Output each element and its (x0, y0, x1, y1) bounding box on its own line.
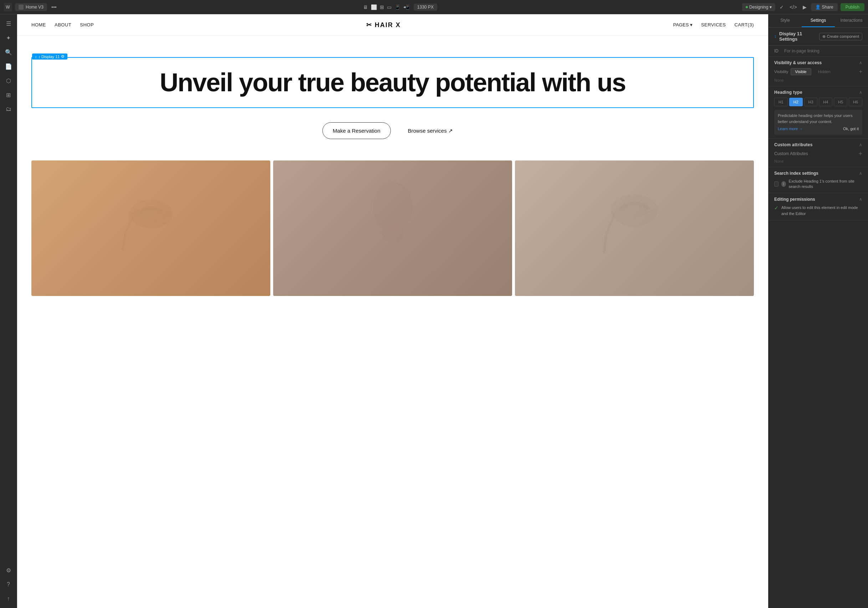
browse-services-button[interactable]: Browse services ↗ (398, 122, 463, 139)
display-header: ↕ Display 11 Settings ⊕ Create component (769, 28, 868, 46)
search-index-toggle-icon[interactable]: ∧ (859, 171, 862, 176)
search-index-section: Search index settings ∧ i Exclude Headin… (769, 167, 868, 194)
code-icon[interactable]: </> (788, 3, 798, 11)
visibility-none-text: None (774, 78, 862, 82)
site-nav: HOME ABOUT SHOP ✂ HAIR X PAGES ▾ SERVICE… (17, 14, 768, 36)
right-panel: Style Settings Interactions ↕ Display 11… (768, 14, 868, 608)
tablet-icon[interactable]: ▭ (387, 4, 392, 10)
hero-heading[interactable]: Unveil your true beauty potential with u… (39, 68, 746, 97)
visibility-header: Visibility & user access ∧ (774, 60, 862, 65)
nav-services[interactable]: SERVICES (701, 22, 726, 28)
editing-perm-toggle-icon[interactable]: ∧ (859, 197, 862, 202)
sidebar-cms-icon[interactable]: 🗂 (3, 104, 14, 115)
image-2-overlay (273, 160, 512, 296)
h1-button[interactable]: H1 (774, 98, 788, 106)
h3-button[interactable]: H3 (804, 98, 818, 106)
id-label: ID (774, 48, 781, 53)
search-index-row: i Exclude Heading 1's content from site … (774, 178, 862, 190)
heading-info-text: Predictable heading order helps your use… (778, 113, 859, 124)
custom-attr-add-icon[interactable]: + (859, 150, 862, 158)
visibility-add-icon[interactable]: + (859, 68, 862, 75)
editor-tab[interactable]: Home V3 (15, 3, 47, 11)
device-icons-group: 🖥 ⬜ ⊞ ▭ 📱 📲 (363, 4, 409, 10)
mode-button[interactable]: Designing ▾ (742, 3, 775, 11)
left-sidebar: ☰ ✦ 🔍 📄 ⬡ ⊞ 🗂 ⚙ ? ↑ (0, 14, 17, 608)
checkmark-icon[interactable]: ✓ (778, 3, 785, 11)
nav-cart[interactable]: CART(3) (734, 22, 754, 28)
nav-about[interactable]: ABOUT (54, 22, 71, 28)
share-button[interactable]: 👤 Share (811, 3, 838, 11)
display-11-element[interactable]: ↕ ↕ Display 11 ⚙ Unveil your true beauty… (31, 57, 754, 108)
sidebar-layers-icon[interactable]: ⬡ (3, 75, 14, 86)
nav-pages[interactable]: PAGES ▾ (673, 22, 692, 28)
tab-interactions[interactable]: Interactions (835, 14, 868, 27)
visible-button[interactable]: Visible (790, 68, 811, 75)
hero-section: ↕ ↕ Display 11 ⚙ Unveil your true beauty… (17, 36, 768, 154)
nav-home[interactable]: HOME (31, 22, 46, 28)
publish-label: Publish (846, 5, 859, 9)
mobile-sm-icon[interactable]: 📲 (403, 4, 409, 10)
hero-buttons: Make a Reservation Browse services ↗ (31, 122, 754, 139)
heading-buttons-group: H1 H2 H3 H4 H5 H6 (774, 98, 862, 106)
editing-permissions-section: Editing permissions ∧ ✓ Allow users to e… (769, 193, 868, 220)
website: HOME ABOUT SHOP ✂ HAIR X PAGES ▾ SERVICE… (17, 14, 768, 608)
custom-attr-label: Custom Attributes (774, 151, 808, 156)
sidebar-help-icon[interactable]: ? (3, 579, 14, 590)
learn-more-link[interactable]: Learn more → (778, 126, 803, 132)
px-display: 1330 PX (414, 3, 437, 11)
nav-shop[interactable]: SHOP (80, 22, 94, 28)
visibility-label: Visibility (774, 70, 789, 74)
h4-button[interactable]: H4 (819, 98, 832, 106)
sidebar-settings-icon[interactable]: ⚙ (3, 565, 14, 576)
editing-perm-check-icon: ✓ (774, 205, 778, 211)
visibility-section: Visibility & user access ∧ Visibility Vi… (769, 57, 868, 86)
ok-got-it-button[interactable]: Ok, got it (843, 126, 859, 132)
desktop-alt-icon[interactable]: ⬜ (371, 4, 377, 10)
search-exclude-checkbox[interactable] (774, 181, 778, 186)
play-icon[interactable]: ▶ (801, 3, 808, 11)
make-reservation-button[interactable]: Make a Reservation (322, 122, 391, 139)
h5-button[interactable]: H5 (834, 98, 847, 106)
heading-type-toggle-icon[interactable]: ∧ (859, 90, 862, 95)
heading-type-header: Heading type ∧ (774, 90, 862, 95)
heading-info-box: Predictable heading order helps your use… (774, 110, 862, 135)
search-index-text: Exclude Heading 1's content from site se… (789, 178, 862, 190)
heading-type-section: Heading type ∧ H1 H2 H3 H4 H5 H6 Predict… (769, 86, 868, 139)
tab-label: Home V3 (26, 5, 43, 9)
mobile-icon[interactable]: 📱 (394, 4, 400, 10)
sidebar-add-icon[interactable]: ✦ (3, 32, 14, 43)
crop-icon[interactable]: ⊞ (380, 4, 384, 10)
search-info-icon[interactable]: i (781, 181, 786, 187)
wix-logo[interactable]: W (3, 3, 12, 11)
sidebar-components-icon[interactable]: ⊞ (3, 89, 14, 101)
more-options-icon[interactable]: ••• (50, 3, 58, 11)
h6-button[interactable]: H6 (849, 98, 862, 106)
top-bar-center: 🖥 ⬜ ⊞ ▭ 📱 📲 1330 PX (61, 3, 739, 11)
canvas-area: HOME ABOUT SHOP ✂ HAIR X PAGES ▾ SERVICE… (17, 14, 768, 608)
create-component-button[interactable]: ⊕ Create component (819, 33, 863, 40)
editing-perm-text: Allow users to edit this element in edit… (781, 205, 862, 216)
desktop-icon[interactable]: 🖥 (363, 4, 368, 10)
hidden-button[interactable]: Hidden (814, 68, 835, 75)
tab-settings[interactable]: Settings (802, 14, 835, 27)
custom-attributes-section: Custom attributes ∧ Custom Attributes + … (769, 139, 868, 167)
sidebar-menu-icon[interactable]: ☰ (3, 18, 14, 29)
tab-favicon (19, 5, 23, 9)
id-input[interactable] (784, 48, 862, 53)
sidebar-pages-icon[interactable]: 📄 (3, 60, 14, 72)
custom-attr-toggle-icon[interactable]: ∧ (859, 142, 862, 147)
sidebar-search-icon[interactable]: 🔍 (3, 47, 14, 58)
image-3-overlay (515, 160, 754, 296)
image-1-overlay (31, 160, 270, 296)
mode-label: Designing (749, 5, 768, 9)
visibility-toggle-icon[interactable]: ∧ (859, 60, 862, 65)
custom-attr-row: Custom Attributes + (774, 150, 862, 158)
sidebar-upgrade-icon[interactable]: ↑ (3, 593, 14, 605)
h2-button[interactable]: H2 (789, 98, 803, 106)
tab-style[interactable]: Style (769, 14, 802, 27)
share-label: Share (822, 5, 833, 9)
publish-button[interactable]: Publish (840, 3, 865, 11)
editing-perm-row: ✓ Allow users to edit this element in ed… (774, 205, 862, 216)
main-layout: ☰ ✦ 🔍 📄 ⬡ ⊞ 🗂 ⚙ ? ↑ HOME ABOUT SHOP ✂ HA… (0, 14, 868, 608)
custom-attr-title: Custom attributes (774, 142, 813, 147)
